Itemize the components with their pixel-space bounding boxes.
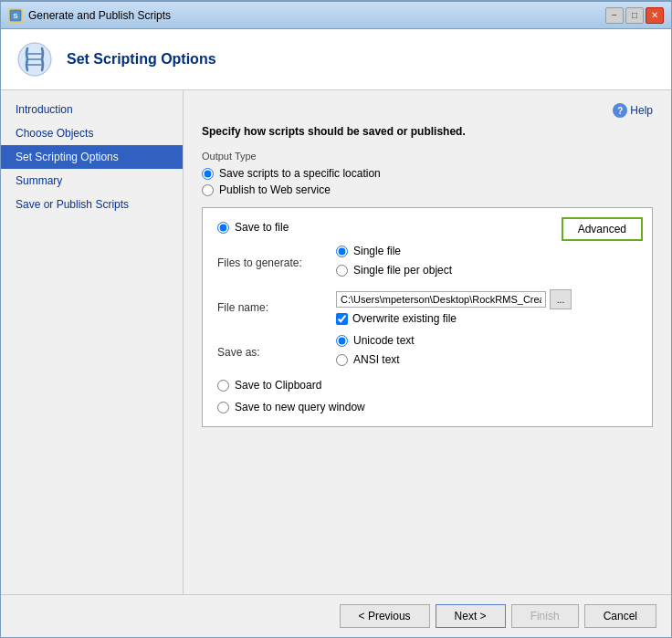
file-name-label: File name: [217, 301, 336, 314]
output-option-save[interactable]: Save scripts to a specific location [202, 167, 653, 180]
save-to-query-radio[interactable] [217, 402, 229, 413]
title-buttons: − □ ✕ [605, 7, 664, 24]
overwrite-label: Overwrite existing file [352, 312, 457, 325]
file-name-row: File name: ... Overwrite existing file [217, 289, 637, 325]
save-to-query-label: Save to new query window [235, 401, 365, 413]
close-button[interactable]: ✕ [646, 7, 664, 24]
main-panel: ? Help Specify how scripts should be sav… [184, 90, 671, 594]
maximize-button[interactable]: □ [625, 7, 644, 24]
unicode-option[interactable]: Unicode text [336, 334, 415, 347]
file-name-controls: ... Overwrite existing file [336, 289, 572, 325]
file-name-input[interactable] [336, 291, 546, 308]
content-area: Introduction Choose Objects Set Scriptin… [1, 90, 671, 594]
window-title: Generate and Publish Scripts [28, 9, 171, 22]
title-bar: S Generate and Publish Scripts − □ ✕ [1, 2, 671, 29]
footer: < Previous Next > Finish Cancel [1, 594, 671, 637]
previous-button[interactable]: < Previous [340, 604, 430, 628]
header-area: Set Scripting Options [1, 29, 671, 90]
instruction-text: Specify how scripts should be saved or p… [202, 125, 653, 138]
single-file-per-object-radio[interactable] [336, 265, 348, 277]
output-type-group: Save scripts to a specific location Publ… [202, 167, 653, 196]
sidebar-item-set-scripting-options[interactable]: Set Scripting Options [1, 145, 183, 169]
sidebar-item-save-publish[interactable]: Save or Publish Scripts [1, 193, 183, 216]
save-to-clipboard-label: Save to Clipboard [235, 379, 321, 392]
overwrite-checkbox[interactable] [336, 313, 348, 325]
main-window: S Generate and Publish Scripts − □ ✕ Set… [0, 0, 672, 638]
save-as-row: Save as: Unicode text ANSI text [217, 334, 637, 370]
single-file-per-object-label: Single file per object [353, 264, 452, 277]
sidebar-item-summary[interactable]: Summary [1, 169, 183, 193]
output-save-label: Save scripts to a specific location [219, 167, 381, 180]
advanced-button[interactable]: Advanced [562, 217, 643, 241]
unicode-radio[interactable] [336, 335, 348, 347]
file-input-row: ... [336, 289, 572, 309]
app-icon: S [8, 8, 23, 23]
sidebar-item-introduction[interactable]: Introduction [1, 98, 183, 121]
overwrite-checkbox-row[interactable]: Overwrite existing file [336, 312, 572, 325]
save-to-query-row: Save to new query window [217, 401, 637, 413]
cancel-button[interactable]: Cancel [584, 604, 656, 628]
ansi-label: ANSI text [353, 353, 400, 366]
output-publish-label: Publish to Web service [219, 183, 331, 196]
help-icon: ? [613, 103, 627, 118]
ansi-option[interactable]: ANSI text [336, 353, 415, 366]
svg-text:S: S [13, 12, 18, 20]
single-file-option[interactable]: Single file [336, 245, 452, 257]
next-button[interactable]: Next > [436, 604, 506, 628]
output-publish-radio[interactable] [202, 184, 214, 196]
save-as-controls: Unicode text ANSI text [336, 334, 415, 370]
finish-button[interactable]: Finish [511, 604, 579, 628]
output-option-publish[interactable]: Publish to Web service [202, 183, 653, 196]
browse-button[interactable]: ... [550, 289, 572, 309]
save-options-box: Advanced Save to file Files to generate:… [202, 207, 653, 427]
output-save-radio[interactable] [202, 168, 214, 180]
save-to-file-label: Save to file [235, 221, 289, 234]
save-to-file-radio[interactable] [217, 222, 229, 234]
single-file-radio[interactable] [336, 246, 348, 257]
help-area: ? Help [202, 103, 653, 118]
page-title: Set Scripting Options [67, 51, 216, 68]
files-to-generate-row: Files to generate: Single file Single fi… [217, 245, 637, 280]
minimize-button[interactable]: − [605, 7, 624, 24]
save-to-clipboard-radio[interactable] [217, 380, 229, 392]
help-label: Help [630, 104, 653, 117]
files-to-generate-controls: Single file Single file per object [336, 245, 452, 280]
ansi-radio[interactable] [336, 354, 348, 366]
sidebar-item-choose-objects[interactable]: Choose Objects [1, 121, 183, 145]
single-file-per-object-option[interactable]: Single file per object [336, 264, 452, 277]
title-bar-left: S Generate and Publish Scripts [8, 8, 171, 23]
single-file-label: Single file [353, 245, 401, 257]
save-to-clipboard-row: Save to Clipboard [217, 379, 637, 392]
save-as-label: Save as: [217, 346, 336, 359]
output-type-label: Output Type [202, 151, 653, 162]
unicode-label: Unicode text [353, 334, 415, 347]
header-icon [16, 40, 54, 78]
sidebar: Introduction Choose Objects Set Scriptin… [1, 90, 184, 594]
help-link[interactable]: ? Help [613, 103, 653, 118]
files-to-generate-label: Files to generate: [217, 256, 336, 269]
